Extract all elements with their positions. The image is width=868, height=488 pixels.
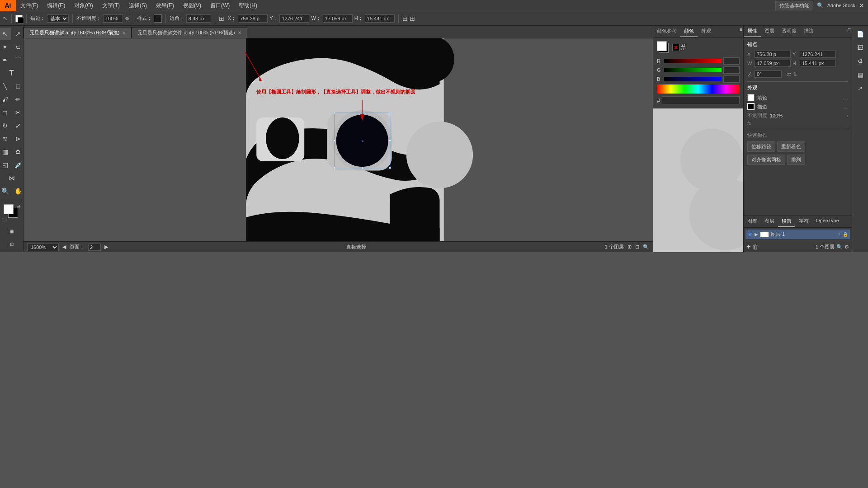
- layers-tab-charts[interactable]: 图表: [744, 216, 761, 227]
- foreground-color-swatch[interactable]: [4, 204, 14, 214]
- type-tool[interactable]: T: [5, 67, 18, 80]
- menu-select[interactable]: 选择(S): [124, 0, 151, 11]
- rt-btn-5[interactable]: ↗: [854, 82, 867, 94]
- angle-input[interactable]: [755, 70, 782, 78]
- sel-handle-bm[interactable]: [362, 167, 363, 169]
- menu-window[interactable]: 窗口(W): [206, 0, 234, 11]
- tab-close-1[interactable]: ✕: [238, 30, 241, 35]
- gradient-tool[interactable]: ◱: [0, 159, 11, 171]
- workspace-mode[interactable]: 传统基本功能: [775, 1, 813, 10]
- rt-btn-4[interactable]: ▤: [854, 68, 867, 81]
- sel-handle-bl[interactable]: [334, 167, 335, 169]
- b-value-input[interactable]: [723, 75, 740, 83]
- eraser-tool[interactable]: ◻: [0, 106, 11, 119]
- layers-tab-opentype[interactable]: OpenType: [812, 216, 843, 227]
- column-graph-tool[interactable]: ▦: [0, 145, 11, 158]
- x-prop-input[interactable]: [755, 51, 791, 58]
- right-eye-inner-circle[interactable]: [336, 115, 388, 167]
- tab-active[interactable]: 元旦是只猫讲解.ai @ 1600% (RGB/预览) ✕: [24, 27, 132, 38]
- curvature-tool[interactable]: ⌒: [12, 54, 24, 66]
- pathfinder-icon[interactable]: ⊞: [410, 15, 415, 22]
- w-prop-input[interactable]: [755, 60, 791, 67]
- menu-edit[interactable]: 编辑(E): [42, 0, 70, 11]
- x-coord-input[interactable]: [238, 14, 268, 23]
- stroke-type-select[interactable]: 基本: [47, 14, 69, 23]
- stroke-color-swatch[interactable]: [747, 103, 755, 110]
- symbol-spray-tool[interactable]: ✿: [12, 145, 24, 158]
- opacity-input[interactable]: [103, 14, 123, 23]
- y-coord-input[interactable]: [279, 14, 309, 23]
- tab-close-0[interactable]: ✕: [122, 30, 126, 35]
- gradient-mode-btn[interactable]: ▣: [5, 225, 18, 237]
- page-input[interactable]: [88, 244, 101, 251]
- fg-swatch-color[interactable]: [657, 41, 667, 51]
- zoom-out-status-icon[interactable]: 🔍: [643, 244, 649, 250]
- lasso-tool[interactable]: ⊂: [12, 41, 24, 53]
- layers-tab-layers-active[interactable]: 段落: [778, 216, 795, 227]
- flip-v-btn[interactable]: ⇅: [793, 71, 797, 77]
- layer-search-icon[interactable]: 🔍: [836, 244, 843, 250]
- delete-layer-btn[interactable]: 🗑: [752, 244, 758, 250]
- paintbrush-tool[interactable]: 🖌: [0, 93, 11, 106]
- stroke-edit-icon[interactable]: …: [843, 104, 848, 109]
- layers-tab-chars[interactable]: 字符: [795, 216, 812, 227]
- layer-expand-icon[interactable]: ▶: [755, 232, 758, 237]
- fill-mode-btn[interactable]: ■: [0, 225, 5, 237]
- qa-recolor[interactable]: 重新着色: [777, 141, 805, 152]
- qa-arrange[interactable]: 排列: [787, 155, 805, 165]
- tab-transparency[interactable]: 透明度: [778, 26, 800, 37]
- reset-colors-icon[interactable]: ⬛: [2, 218, 7, 222]
- direct-select-tool[interactable]: ↗: [12, 28, 24, 40]
- menu-view[interactable]: 视图(V): [179, 0, 206, 11]
- align-icon[interactable]: ⊟: [402, 15, 408, 22]
- menu-file[interactable]: 文件(F): [16, 0, 42, 11]
- props-expand-icon[interactable]: ≡: [847, 26, 852, 37]
- layers-tab-layers[interactable]: 图层: [761, 216, 778, 227]
- w-input[interactable]: [323, 14, 353, 23]
- corner-input[interactable]: [186, 14, 211, 23]
- sel-handle-mr[interactable]: [389, 140, 391, 141]
- layers-expand-icon[interactable]: ⊞: [627, 244, 632, 250]
- pencil-tool[interactable]: ✏: [12, 93, 24, 106]
- transform-icon[interactable]: ⊞: [219, 15, 224, 22]
- g-value-input[interactable]: [723, 66, 740, 74]
- adobe-stock-link[interactable]: Adobe Stock: [827, 3, 855, 8]
- sel-handle-ml[interactable]: [334, 140, 335, 141]
- menu-effect[interactable]: 效果(E): [151, 0, 179, 11]
- sel-handle-br[interactable]: [389, 167, 391, 169]
- panel-expand-icon[interactable]: ≡: [739, 26, 743, 37]
- layer-lock-icon[interactable]: 🔒: [843, 232, 848, 237]
- scale-tool[interactable]: ⤢: [12, 119, 24, 132]
- hex-input[interactable]: [662, 96, 740, 104]
- fill-edit-icon[interactable]: …: [843, 95, 848, 100]
- qa-offset-path[interactable]: 位移路径: [747, 141, 775, 152]
- r-value-input[interactable]: [723, 57, 740, 65]
- sel-handle-tr[interactable]: [389, 112, 391, 113]
- nav-next-icon[interactable]: ▶: [104, 244, 108, 250]
- tab-properties[interactable]: 属性: [744, 26, 761, 37]
- rect-tool[interactable]: □: [12, 80, 24, 93]
- menu-object[interactable]: 对象(O): [70, 0, 97, 11]
- tab-color-ref[interactable]: 颜色参考: [653, 26, 680, 37]
- rotate-tool[interactable]: ↻: [0, 119, 11, 132]
- g-slider-track[interactable]: [664, 68, 722, 72]
- search-icon[interactable]: 🔍: [817, 2, 824, 9]
- nav-prev-icon[interactable]: ◀: [62, 244, 66, 250]
- opacity-more-icon[interactable]: ›: [846, 113, 848, 118]
- add-layer-btn[interactable]: +: [746, 243, 750, 251]
- pen-tool[interactable]: ✒: [0, 54, 11, 66]
- eyedropper-tool[interactable]: 💉: [12, 159, 24, 171]
- magic-wand-tool[interactable]: ✦: [0, 41, 11, 53]
- tab-inactive[interactable]: 元旦是只猫讲解文件.ai @ 100% (RGB/预览) ✕: [132, 27, 247, 38]
- qa-align-pixel[interactable]: 对齐像素网格: [747, 155, 785, 165]
- width-tool[interactable]: ⊳: [12, 132, 24, 145]
- layer-settings-icon[interactable]: ⚙: [844, 244, 849, 250]
- change-screen-mode[interactable]: ⊡: [5, 238, 18, 250]
- scissors-tool[interactable]: ✂: [12, 106, 24, 119]
- tab-stroke-props[interactable]: 描边: [800, 26, 817, 37]
- rt-btn-1[interactable]: 📄: [854, 28, 867, 40]
- close-icon[interactable]: ✕: [859, 2, 864, 9]
- style-swatch[interactable]: [154, 14, 162, 23]
- y-prop-input[interactable]: [800, 51, 836, 58]
- selection-tool-icon[interactable]: ↖: [3, 15, 8, 22]
